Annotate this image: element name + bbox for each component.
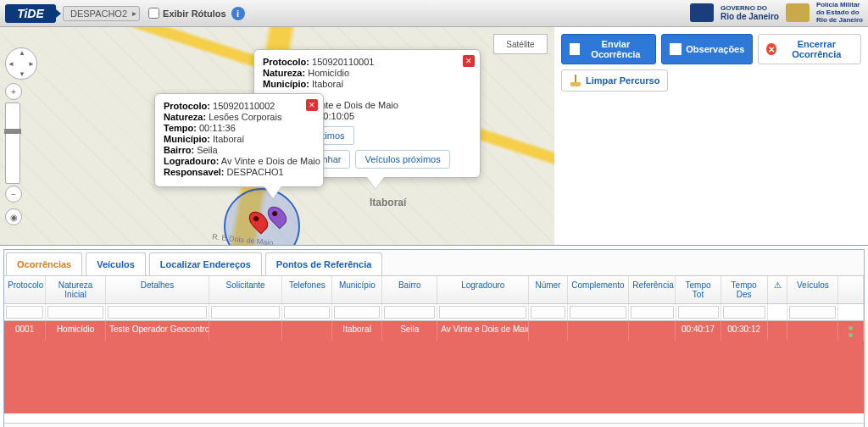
- cell-numero: [529, 321, 567, 341]
- cell-referencia: [629, 321, 676, 341]
- cell-alert: [768, 321, 788, 341]
- col-alert-icon[interactable]: ⚠: [768, 276, 788, 303]
- pm-text: Polícia Militar do Estado do Rio de Jane…: [816, 2, 863, 24]
- col-natureza[interactable]: Natureza Inicial: [46, 276, 106, 303]
- zoom-out-button[interactable]: −: [5, 186, 22, 202]
- col-logradouro[interactable]: Logradouro: [437, 276, 529, 303]
- table-row[interactable]: 0001 Homicídio Teste Operador Geocontrol…: [4, 321, 864, 341]
- streetview-button[interactable]: ◉: [5, 208, 22, 225]
- tabs: Ocorrências Veículos Localizar Endereços…: [4, 250, 864, 276]
- pan-up-icon[interactable]: ▲: [19, 49, 25, 57]
- col-tempo-desp[interactable]: Tempo Des: [721, 276, 768, 303]
- limpar-percurso-button[interactable]: Limpar Percurso: [561, 69, 668, 92]
- filter-tempo-desp[interactable]: [723, 306, 765, 319]
- grid-header: Protocolo Natureza Inicial Detalhes Soli…: [4, 276, 864, 304]
- filter-complemento[interactable]: [570, 306, 627, 319]
- filter-natureza[interactable]: [47, 306, 103, 319]
- cell-municipio: Itaboraí: [332, 321, 382, 341]
- close-icon[interactable]: ✕: [463, 55, 475, 67]
- show-labels-checkbox[interactable]: [148, 8, 159, 19]
- action-dot-icon[interactable]: [849, 326, 853, 330]
- cell-solicitante: [209, 321, 282, 341]
- map-pane[interactable]: Itaboraí Av. Vinte e Dois de Maio R. E D…: [0, 27, 554, 245]
- col-tempo-total[interactable]: Tempo Tot: [676, 276, 721, 303]
- filter-protocolo[interactable]: [6, 306, 43, 319]
- app-header: TiDE DESPACHO2 Exibir Rótulos i GOVERNO …: [0, 0, 868, 27]
- pan-left-icon[interactable]: ◄: [8, 60, 14, 68]
- cell-natureza: Homicídio: [46, 321, 106, 341]
- col-detalhes[interactable]: Detalhes: [106, 276, 209, 303]
- zoom-slider[interactable]: [5, 103, 20, 184]
- filter-logradouro[interactable]: [439, 306, 526, 319]
- col-telefones[interactable]: Telefones: [282, 276, 332, 303]
- col-veiculos[interactable]: Veículos: [787, 276, 838, 303]
- pan-down-icon[interactable]: ▼: [19, 70, 25, 78]
- pan-right-icon[interactable]: ►: [28, 60, 35, 68]
- grid-body[interactable]: 0001 Homicídio Teste Operador Geocontrol…: [4, 321, 864, 423]
- map-satellite-button[interactable]: Satélite: [493, 34, 548, 54]
- close-icon[interactable]: ✕: [306, 99, 318, 111]
- filter-veiculos[interactable]: [789, 306, 836, 319]
- map-pan-control[interactable]: ▲ ▼ ◄ ►: [5, 47, 37, 80]
- filter-telefones[interactable]: [284, 306, 330, 319]
- zoom-slider-knob[interactable]: [4, 129, 21, 134]
- filter-detalhes[interactable]: [108, 306, 207, 319]
- crest-pm-icon: [786, 3, 810, 22]
- cell-detalhes: Teste Operador Geocontrol: [106, 321, 209, 341]
- cell-protocolo: 0001: [4, 321, 46, 341]
- callout-tail: [367, 177, 384, 189]
- veiculos-proximos-button[interactable]: Veículos próximos: [355, 150, 449, 169]
- crest-rj-icon: [690, 3, 714, 22]
- map-place-label: Itaboraí: [370, 197, 406, 208]
- col-actions: [838, 276, 864, 303]
- grid-filter-row: [4, 304, 864, 321]
- user-menu[interactable]: DESPACHO2: [63, 6, 140, 21]
- observacoes-button[interactable]: Observações: [661, 34, 753, 64]
- filter-tempo-total[interactable]: [678, 306, 719, 319]
- occurrences-grid: Protocolo Natureza Inicial Detalhes Soli…: [4, 276, 864, 423]
- bottom-panel: Ocorrências Veículos Localizar Endereços…: [3, 249, 865, 427]
- show-labels-text: Exibir Rótulos: [163, 8, 226, 19]
- tab-localizar[interactable]: Localizar Endereços: [149, 252, 262, 275]
- col-municipio[interactable]: Município: [332, 276, 382, 303]
- filter-numero[interactable]: [531, 306, 565, 319]
- cell-telefones: [282, 321, 332, 341]
- broom-icon: [570, 75, 581, 86]
- gov-text: GOVERNO DO Rio de Janeiro: [721, 5, 779, 22]
- tab-pontos[interactable]: Pontos de Referência: [265, 252, 382, 275]
- callout-tail: [264, 186, 281, 198]
- cell-complemento: [568, 321, 630, 341]
- show-labels-toggle[interactable]: Exibir Rótulos: [148, 8, 226, 19]
- x-circle-icon: ✕: [766, 43, 776, 55]
- side-pane: Enviar Ocorrência Observações ✕ Encerrar…: [554, 27, 868, 245]
- col-solicitante[interactable]: Solicitante: [209, 276, 282, 303]
- col-bairro[interactable]: Bairro: [382, 276, 437, 303]
- cell-bairro: Seila: [382, 321, 437, 341]
- map-controls: ▲ ▼ ◄ ► + − ◉: [5, 47, 37, 226]
- note-icon: [670, 43, 682, 55]
- action-dot-icon[interactable]: [849, 333, 853, 337]
- enviar-ocorrencia-button[interactable]: Enviar Ocorrência: [561, 34, 656, 64]
- zoom-in-button[interactable]: +: [5, 83, 22, 100]
- col-referencia[interactable]: Referência: [629, 276, 676, 303]
- filter-bairro[interactable]: [384, 306, 435, 319]
- logo-tide: TiDE: [5, 4, 56, 23]
- col-complemento[interactable]: Complemento: [568, 276, 630, 303]
- info-icon[interactable]: i: [231, 7, 245, 20]
- grid-filler: [4, 341, 864, 413]
- grid-footer: [4, 423, 864, 427]
- col-protocolo[interactable]: Protocolo: [4, 276, 46, 303]
- tab-veiculos[interactable]: Veículos: [86, 252, 146, 275]
- cell-tempo-desp: 00:30:12: [721, 321, 768, 341]
- col-numero[interactable]: Númer: [529, 276, 567, 303]
- filter-municipio[interactable]: [334, 306, 380, 319]
- filter-referencia[interactable]: [631, 306, 673, 319]
- mail-icon: [570, 43, 580, 55]
- cell-logradouro: Av Vinte e Dois de Maio: [437, 321, 529, 341]
- encerrar-ocorrencia-button[interactable]: ✕ Encerrar Ocorrência: [758, 34, 861, 64]
- cell-actions[interactable]: [838, 321, 864, 341]
- filter-solicitante[interactable]: [211, 306, 281, 319]
- main-area: Itaboraí Av. Vinte e Dois de Maio R. E D…: [0, 27, 868, 246]
- tab-ocorrencias[interactable]: Ocorrências: [6, 252, 82, 275]
- cell-veiculos: [787, 321, 838, 341]
